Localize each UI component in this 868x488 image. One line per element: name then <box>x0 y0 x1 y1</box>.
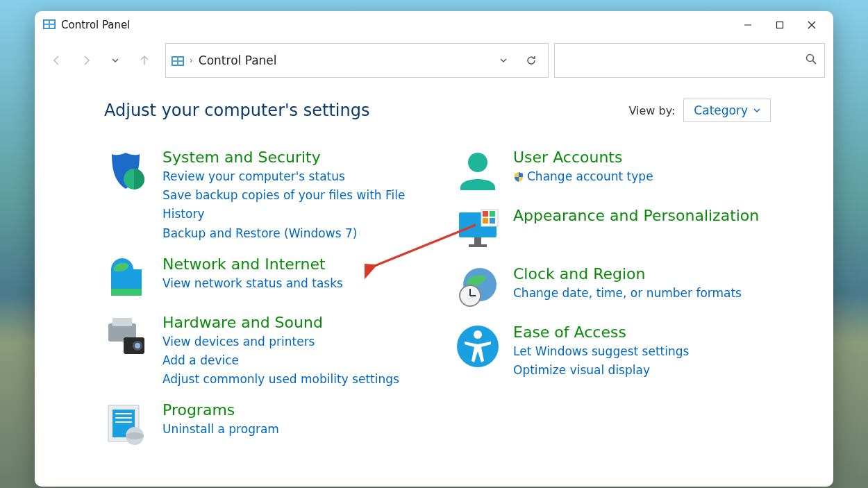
right-column: User Accounts Change account type Appear <box>455 149 771 460</box>
titlebar: Control Panel <box>35 11 833 39</box>
left-column: System and Security Review your computer… <box>104 149 420 460</box>
svg-rect-34 <box>474 237 481 244</box>
user-icon <box>455 149 501 194</box>
svg-point-31 <box>126 432 144 439</box>
forward-button[interactable] <box>76 51 96 70</box>
category-link[interactable]: Change account type <box>513 167 771 188</box>
minimize-button[interactable] <box>732 14 764 36</box>
category-ease-of-access: Ease of Access Let Windows suggest setti… <box>455 323 771 380</box>
category-grid: System and Security Review your computer… <box>104 149 771 460</box>
svg-rect-19 <box>111 289 142 296</box>
category-title[interactable]: Programs <box>162 401 420 419</box>
category-network-internet: Network and Internet View network status… <box>104 255 420 301</box>
svg-rect-35 <box>469 244 487 247</box>
category-link[interactable]: Review your computer's status <box>162 167 420 186</box>
category-programs: Programs Uninstall a program <box>104 401 420 447</box>
back-button[interactable] <box>47 51 67 70</box>
category-user-accounts: User Accounts Change account type <box>455 149 771 194</box>
programs-icon <box>104 401 150 447</box>
category-link[interactable]: View network status and tasks <box>162 274 420 293</box>
search-box[interactable] <box>554 43 825 78</box>
category-link[interactable]: Backup and Restore (Windows 7) <box>162 224 420 243</box>
category-system-security: System and Security Review your computer… <box>104 149 420 243</box>
printer-camera-icon <box>104 314 150 360</box>
category-link[interactable]: Add a device <box>162 351 420 370</box>
category-title[interactable]: Ease of Access <box>513 323 771 341</box>
clock-globe-icon <box>455 265 501 311</box>
monitor-icon <box>455 207 501 253</box>
recent-dropdown[interactable] <box>106 51 125 70</box>
address-history-dropdown[interactable] <box>492 49 515 71</box>
svg-rect-37 <box>483 211 488 217</box>
svg-rect-39 <box>483 218 488 224</box>
address-path[interactable]: Control Panel <box>199 53 277 67</box>
viewby-label: View by: <box>628 104 675 117</box>
search-input[interactable] <box>562 44 805 77</box>
app-icon <box>43 19 56 31</box>
viewby-value: Category <box>694 103 748 117</box>
category-link[interactable]: Let Windows suggest settings <box>513 342 771 361</box>
svg-rect-10 <box>173 58 177 60</box>
svg-rect-38 <box>490 211 495 217</box>
svg-rect-11 <box>178 58 183 60</box>
content-header: Adjust your computer's settings View by:… <box>104 99 771 122</box>
shield-icon <box>104 149 150 194</box>
control-panel-window: Control Panel <box>35 11 833 487</box>
svg-point-32 <box>468 153 487 172</box>
address-bar[interactable]: › Control Panel <box>165 43 549 78</box>
accessibility-icon <box>455 323 501 369</box>
svg-rect-12 <box>173 62 177 65</box>
address-icon <box>172 56 184 65</box>
category-link[interactable]: Change date, time, or number formats <box>513 284 771 303</box>
up-button[interactable] <box>135 51 154 70</box>
svg-rect-4 <box>50 25 54 28</box>
uac-shield-icon <box>513 169 524 188</box>
viewby-dropdown[interactable]: Category <box>683 99 771 122</box>
chevron-down-icon <box>753 107 760 114</box>
svg-rect-21 <box>112 318 132 326</box>
svg-rect-1 <box>44 21 49 24</box>
content-area: Adjust your computer's settings View by:… <box>35 86 833 487</box>
refresh-button[interactable] <box>520 49 542 71</box>
page-title: Adjust your computer's settings <box>104 101 369 120</box>
svg-rect-13 <box>178 62 183 65</box>
nav-buttons <box>43 51 160 70</box>
category-appearance: Appearance and Personalization <box>455 207 771 253</box>
svg-rect-40 <box>490 218 495 224</box>
toolbar: › Control Panel <box>35 39 833 86</box>
svg-rect-3 <box>44 25 49 28</box>
close-button[interactable] <box>796 14 828 36</box>
category-title[interactable]: Hardware and Sound <box>162 314 420 331</box>
category-title[interactable]: User Accounts <box>513 149 771 166</box>
category-clock-region: Clock and Region Change date, time, or n… <box>455 265 771 311</box>
svg-rect-6 <box>777 22 783 28</box>
svg-point-24 <box>135 343 140 348</box>
category-title[interactable]: System and Security <box>162 149 420 166</box>
category-title[interactable]: Appearance and Personalization <box>513 207 771 224</box>
svg-rect-2 <box>50 21 54 24</box>
maximize-button[interactable] <box>764 14 796 36</box>
svg-line-15 <box>813 61 817 65</box>
window-title: Control Panel <box>61 19 130 31</box>
svg-point-46 <box>474 330 482 339</box>
category-link[interactable]: Optimize visual display <box>513 361 771 380</box>
category-title[interactable]: Network and Internet <box>162 255 420 273</box>
category-link[interactable]: Uninstall a program <box>162 420 420 439</box>
search-icon[interactable] <box>805 53 817 68</box>
svg-point-14 <box>807 55 814 62</box>
chevron-right-icon: › <box>190 56 193 65</box>
category-link[interactable]: View devices and printers <box>162 333 420 351</box>
category-link[interactable]: Adjust commonly used mobility settings <box>162 370 420 389</box>
category-link[interactable]: Save backup copies of your files with Fi… <box>162 186 420 224</box>
category-title[interactable]: Clock and Region <box>513 265 771 283</box>
globe-network-icon <box>104 255 150 301</box>
category-hardware-sound: Hardware and Sound View devices and prin… <box>104 314 420 389</box>
